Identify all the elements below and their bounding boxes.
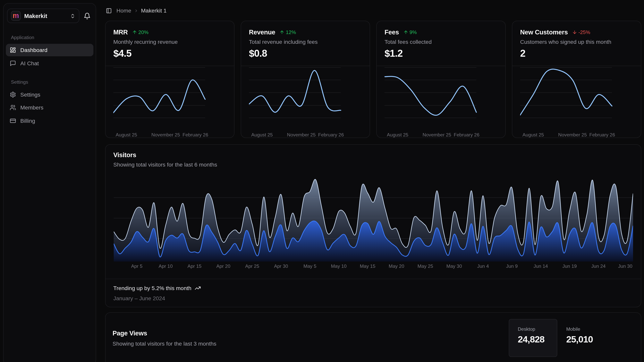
trend-badge: -25% — [572, 29, 590, 35]
breadcrumb-current-page: Makerkit 1 — [141, 8, 167, 14]
visitors-footer-trend-text: Trending up by 5.2% this month — [113, 285, 192, 291]
svg-text:May 10: May 10 — [331, 263, 346, 269]
arrow-up-icon — [403, 30, 408, 35]
mrr-sparkline-chart: August 25November 25February 26 — [113, 67, 227, 138]
svg-text:Jun 4: Jun 4 — [477, 263, 489, 269]
svg-text:February 26: February 26 — [182, 132, 208, 137]
trend-badge: 9% — [403, 29, 417, 35]
svg-text:August 25: August 25 — [387, 132, 408, 137]
stat-card-description: Monthly recurring revenue — [113, 39, 178, 45]
sidebar-item-members[interactable]: Members — [6, 101, 94, 114]
breadcrumb: Home Makerkit 1 — [106, 7, 167, 14]
svg-text:Apr 30: Apr 30 — [274, 263, 288, 269]
visitors-title: Visitors — [113, 151, 136, 159]
svg-text:Apr 20: Apr 20 — [216, 263, 230, 269]
arrow-down-icon — [572, 30, 577, 35]
stat-card-value: $0.8 — [249, 48, 267, 59]
stat-card-title: Revenue — [249, 29, 275, 36]
trend-badge-value: 9% — [410, 29, 417, 35]
sidebar-toggle-button[interactable] — [106, 8, 112, 14]
stat-card-description: Total fees collected — [384, 39, 432, 45]
svg-text:February 26: February 26 — [454, 132, 480, 137]
stat-card-new-customers: New Customers -25% Customers who signed … — [512, 21, 641, 138]
sidebar: m Makerkit Application Dashboard — [3, 3, 96, 362]
visitors-footer-range: January – June 2024 — [113, 295, 165, 301]
svg-text:November 25: November 25 — [152, 132, 180, 137]
sidebar-item-dashboard[interactable]: Dashboard — [6, 44, 94, 56]
toggle-label: Mobile — [566, 326, 580, 332]
fees-sparkline-chart: August 25November 25February 26 — [384, 67, 498, 138]
stat-card-description: Total revenue including fees — [249, 39, 318, 45]
sidebar-item-label: AI Chat — [20, 60, 39, 67]
stat-card-value: $4.5 — [113, 48, 132, 59]
toggle-label: Desktop — [518, 326, 535, 332]
stat-card-fees: Fees 9% Total fees collected $1.2 August… — [376, 21, 506, 138]
svg-text:May 25: May 25 — [418, 263, 433, 269]
workspace-logo-letter: m — [13, 12, 19, 19]
sidebar-section-application: Application — [11, 35, 34, 40]
toggle-value: 24,828 — [518, 334, 544, 345]
stat-card-value: 2 — [520, 48, 526, 59]
svg-text:February 26: February 26 — [589, 132, 615, 137]
trending-up-icon — [194, 285, 201, 291]
gear-icon — [10, 92, 16, 98]
sidebar-item-ai-chat[interactable]: AI Chat — [6, 57, 94, 69]
toggle-value: 25,010 — [566, 334, 593, 345]
svg-text:May 5: May 5 — [304, 263, 316, 269]
sidebar-item-label: Billing — [20, 118, 35, 124]
svg-text:August 25: August 25 — [116, 132, 137, 137]
trend-badge-value: 20% — [138, 29, 148, 35]
chevrons-up-down-icon — [70, 13, 76, 19]
svg-text:May 15: May 15 — [360, 263, 375, 269]
svg-text:Apr 15: Apr 15 — [188, 263, 202, 269]
workspace-selector[interactable]: m Makerkit — [7, 9, 79, 23]
chevron-right-icon — [134, 9, 138, 13]
sidebar-item-billing[interactable]: Billing — [6, 115, 94, 127]
svg-text:Jun 9: Jun 9 — [506, 263, 518, 269]
sidebar-item-label: Dashboard — [20, 47, 48, 53]
sidebar-section-settings: Settings — [11, 79, 28, 85]
layout-dashboard-icon — [10, 47, 16, 53]
svg-text:Apr 5: Apr 5 — [131, 263, 142, 269]
trend-badge: 20% — [132, 29, 148, 35]
svg-text:May 20: May 20 — [389, 263, 404, 269]
card-divider — [377, 66, 505, 66]
trend-badge: 12% — [280, 29, 296, 35]
svg-text:November 25: November 25 — [287, 132, 316, 137]
notifications-button[interactable] — [81, 9, 93, 23]
page-views-desktop-toggle[interactable]: Desktop 24,828 — [509, 319, 557, 357]
svg-text:August 25: August 25 — [251, 132, 273, 137]
page-views-card: Page Views Showing total visitors for th… — [105, 312, 641, 362]
svg-text:May 30: May 30 — [446, 263, 462, 269]
visitors-card: Visitors Showing total visitors for the … — [105, 144, 641, 307]
stat-card-title: MRR — [113, 29, 128, 36]
stat-card-title: Fees — [384, 29, 399, 36]
breadcrumb-home-link[interactable]: Home — [116, 8, 131, 14]
message-square-icon — [10, 60, 16, 67]
sidebar-header: m Makerkit — [7, 9, 93, 23]
svg-text:Jun 14: Jun 14 — [534, 263, 548, 269]
arrow-up-icon — [132, 30, 137, 35]
workspace-logo: m — [11, 11, 21, 21]
sidebar-item-label: Settings — [20, 92, 40, 98]
visitors-area-chart: Apr 5Apr 10Apr 15Apr 20Apr 25Apr 30May 5… — [114, 176, 633, 272]
svg-text:Jun 30: Jun 30 — [618, 263, 632, 269]
svg-text:Jun 24: Jun 24 — [591, 263, 606, 269]
svg-text:February 26: February 26 — [318, 132, 344, 137]
page-views-title: Page Views — [112, 329, 147, 337]
stat-card-description: Customers who signed up this month — [520, 39, 611, 45]
sidebar-item-settings[interactable]: Settings — [6, 88, 94, 101]
svg-text:Apr 25: Apr 25 — [245, 263, 259, 269]
trend-badge-value: -25% — [578, 29, 590, 35]
page-views-mobile-toggle[interactable]: Mobile 25,010 — [557, 319, 606, 357]
new-customers-sparkline-chart: August 25November 25February 26 — [520, 67, 634, 138]
revenue-sparkline-chart: August 25November 25February 26 — [249, 67, 363, 138]
dashboard-page: m Makerkit Application Dashboard — [0, 0, 644, 362]
sidebar-item-label: Members — [20, 104, 44, 111]
stat-card-title: New Customers — [520, 29, 568, 36]
credit-card-icon — [10, 118, 16, 124]
svg-text:November 25: November 25 — [558, 132, 587, 137]
svg-text:Jun 19: Jun 19 — [562, 263, 577, 269]
card-divider — [512, 66, 641, 66]
stat-card-mrr: MRR 20% Monthly recurring revenue $4.5 A… — [105, 21, 234, 138]
